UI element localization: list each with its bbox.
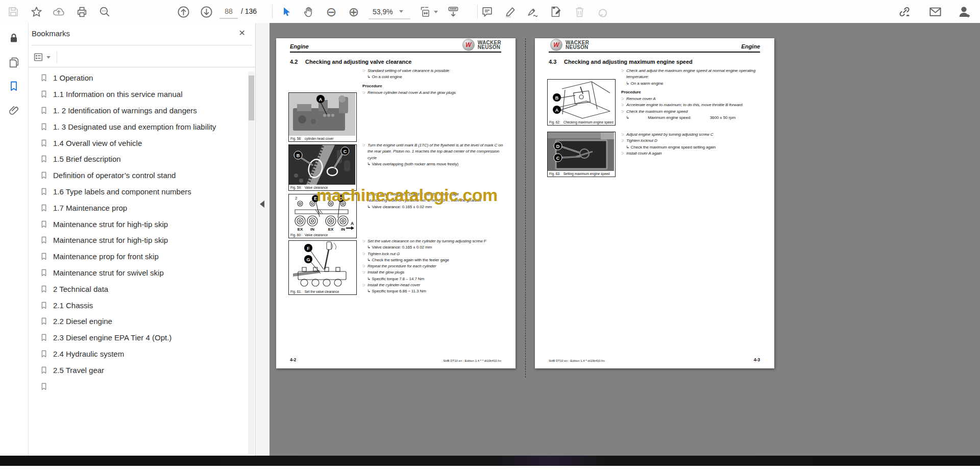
star-icon[interactable] — [28, 4, 44, 20]
zoom-out-icon[interactable]: ⊖ — [323, 4, 339, 20]
page-up-icon[interactable] — [175, 4, 191, 20]
doc-line: ☞Turn the engine until mark B (1TC) of t… — [362, 142, 504, 161]
throttle-drawing: B A — [548, 80, 614, 119]
bookmark-item-label: 1 Operation — [53, 73, 93, 82]
search-icon[interactable] — [96, 4, 113, 20]
bookmark-item[interactable]: 1.4 Overall view of vehicle — [29, 135, 247, 151]
doc-line: ↳Valve clearance: 0.165 ± 0.02 mm — [367, 244, 504, 251]
bookmark-item[interactable]: Maintenance prop for front skip — [29, 248, 247, 265]
text-block: ☞Check and adjust the maximum engine spe… — [621, 68, 763, 121]
footer-page-number: 4-2 — [290, 357, 296, 362]
bookmark-item[interactable]: Maintenance strut for swivel skip — [29, 265, 247, 281]
toolbar-divider — [477, 5, 478, 18]
bookmark-icon — [40, 122, 48, 131]
doc-line: ☞Remove cylinder-head cover A and the gl… — [362, 90, 504, 96]
options-divider — [57, 51, 57, 63]
bookmarks-panel: Bookmarks × 1 Operation 1.1 Information … — [29, 23, 255, 456]
edit-page-icon[interactable] — [548, 4, 564, 20]
bookmark-item-label: 1. 3 Designated use and exemption from l… — [53, 122, 216, 131]
figure-label: Fig. 63: — [549, 172, 560, 176]
bookmark-icon — [40, 285, 48, 293]
doc-line: ☞Install the cylinder-head cover — [362, 282, 504, 288]
bookmark-item[interactable]: 2 Technical data — [29, 281, 247, 297]
svg-text:D: D — [556, 144, 560, 149]
bookmark-item-label: 2.5 Travel gear — [53, 366, 104, 375]
bookmark-item[interactable]: Definition of operator’s control stand — [29, 167, 247, 184]
bookmark-options-button[interactable] — [33, 49, 57, 65]
cloud-upload-icon[interactable] — [51, 4, 67, 20]
bookmark-item[interactable]: 2.5 Travel gear — [29, 362, 247, 378]
bookmark-item[interactable]: 2.4 Hydraulic system — [29, 346, 247, 362]
bookmark-item[interactable]: 2.2 Diesel engine — [29, 313, 247, 330]
bookmark-item[interactable]: 2.3 Diesel engine EPA Tier 4 (Opt.) — [29, 330, 247, 346]
bookmark-item[interactable]: Maintenance strut for high-tip skip — [29, 216, 247, 232]
wacker-neuson-logo: W WACKERNEUSON — [462, 39, 501, 51]
bookmark-item[interactable]: 1. 2 Identification of warnings and dang… — [29, 103, 247, 119]
bookmark-icon — [40, 139, 48, 147]
bookmark-item[interactable]: Maintenance strut for high-tip skip — [29, 232, 247, 248]
zoom-level-select[interactable]: 53,9% — [369, 5, 410, 19]
collapse-panel-icon[interactable] — [260, 201, 264, 208]
section-heading: 4.2 Checking and adjusting valve clearan… — [290, 59, 411, 65]
figure-caption: Set the valve clearance — [305, 290, 339, 293]
figure-caption: Checking maximum engine speed — [564, 120, 614, 124]
bookmark-icon — [40, 155, 48, 163]
doc-line: ☞Tighten locknut D — [621, 138, 763, 144]
paperclip-icon[interactable] — [5, 102, 22, 119]
panel-scrollbar[interactable] — [248, 71, 255, 454]
doc-line: ☞Set the valve clearance on the cylinder… — [362, 238, 504, 244]
copy-pages-icon[interactable] — [5, 54, 22, 71]
brand-ball-icon: W — [550, 39, 562, 51]
bookmark-icon — [40, 252, 48, 261]
brand-line2: NEUSON — [566, 44, 589, 50]
doc-line: ☞Repeat the procedure for each cylinder — [362, 263, 504, 269]
bookmark-item[interactable]: 1. 3 Designated use and exemption from l… — [29, 118, 247, 135]
select-arrow-icon[interactable] — [278, 4, 295, 20]
bookmark-item-label: 2.4 Hydraulic system — [53, 350, 124, 358]
bookmark-item[interactable]: 1.5 Brief description — [29, 151, 247, 167]
bookmark-item-label: 1.1 Information on this service manual — [53, 90, 182, 98]
text-block: ☞Set the valve clearance on the cylinder… — [362, 238, 504, 295]
chevron-down-icon — [434, 11, 438, 13]
flywheel-photo: B C — [289, 145, 355, 185]
page-total-label: / 136 — [241, 5, 257, 18]
add-person-icon[interactable] — [956, 4, 972, 20]
close-icon[interactable]: × — [239, 27, 245, 38]
svg-text:B: B — [555, 95, 559, 101]
save-icon[interactable] — [5, 4, 21, 20]
mail-icon[interactable] — [927, 4, 943, 20]
page-number-input[interactable]: 88 — [219, 5, 238, 19]
lock-icon[interactable] — [5, 30, 22, 47]
figure-label: Fig. 59: — [290, 186, 302, 189]
svg-text:IN: IN — [310, 227, 314, 232]
share-link-icon[interactable] — [896, 4, 913, 20]
bookmarks-icon[interactable] — [5, 78, 22, 95]
bookmark-item-label: 1. 2 Identification of warnings and dang… — [53, 106, 197, 115]
zoom-level-value: 53,9% — [373, 8, 393, 16]
figure-63: D C Fig. 63:Setting maximum engine speed — [547, 132, 616, 177]
bookmark-item[interactable]: 1.7 Maintenance prop — [29, 200, 247, 216]
fit-page-icon[interactable] — [419, 4, 439, 20]
bookmark-icon — [40, 268, 48, 277]
comment-icon[interactable] — [479, 4, 495, 20]
sign-pen-icon[interactable] — [525, 4, 541, 20]
zoom-in-icon[interactable]: ⊕ — [346, 4, 362, 20]
highlighter-icon[interactable] — [502, 4, 519, 20]
bookmark-item[interactable]: 1.1 Information on this service manual — [29, 86, 247, 103]
svg-text:IN: IN — [341, 227, 345, 232]
bookmark-item-label: 2.2 Diesel engine — [53, 317, 112, 326]
redo-icon[interactable] — [594, 4, 610, 20]
trash-icon[interactable] — [571, 4, 587, 20]
bookmark-item[interactable]: 2.1 Chassis — [29, 297, 247, 313]
hand-tool-icon[interactable] — [301, 4, 317, 20]
print-icon[interactable] — [74, 4, 90, 20]
scrollbar-thumb[interactable] — [249, 76, 254, 120]
page-down-icon[interactable] — [198, 4, 214, 20]
bookmark-item[interactable]: 1 Operation — [29, 70, 247, 86]
scroll-view-icon[interactable] — [445, 4, 461, 20]
figure-61: F G Fig. 61:Set the valve clearance — [288, 240, 357, 295]
bookmark-item[interactable]: 1.6 Type labels and component numbers — [29, 184, 247, 200]
speed-screw-photo: D C — [548, 132, 614, 171]
doc-line: ↳Specific torque 6.86 ÷ 11.3 Nm — [367, 288, 504, 294]
bookmark-item[interactable] — [29, 378, 247, 394]
